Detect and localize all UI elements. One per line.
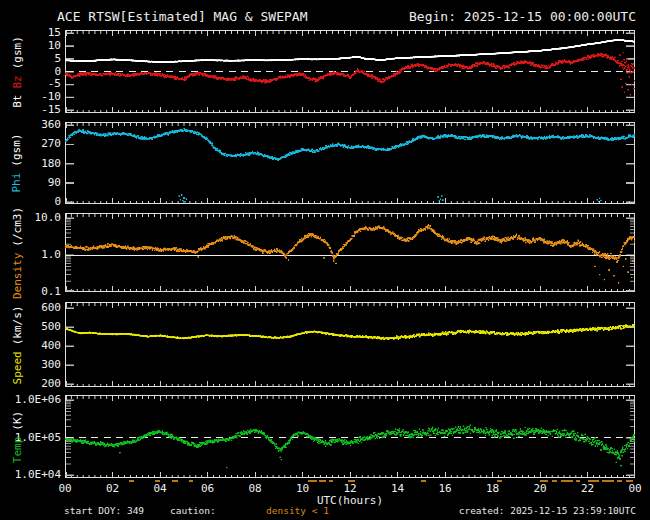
axis-label-part: (km/s) xyxy=(10,305,23,345)
caution-mark xyxy=(348,480,355,482)
caution-mark xyxy=(576,480,581,482)
axis-label-part: (/cm3) xyxy=(10,206,23,246)
axis-label-part: Bt xyxy=(10,94,23,107)
caution-mark xyxy=(319,480,326,482)
axis-label-part: Phi xyxy=(10,173,23,193)
caution-mark xyxy=(497,480,502,482)
caution-mark xyxy=(308,480,316,482)
caution-mark xyxy=(617,480,622,482)
temp-axis-label: Temp(K) xyxy=(9,380,25,493)
speed-panel-canvas xyxy=(65,302,635,387)
footer-caution-label: caution: xyxy=(170,505,216,516)
caution-mark xyxy=(540,480,548,482)
ace-rtsw-plot: ACE RTSW[Estimated] MAG & SWEPAM Begin: … xyxy=(0,0,650,520)
axis-label-part: Temp xyxy=(10,436,23,463)
plot-title: ACE RTSW[Estimated] MAG & SWEPAM xyxy=(57,9,307,24)
caution-mark xyxy=(129,480,134,482)
density-panel-canvas xyxy=(65,213,635,292)
footer-created-timestamp: created: 2025-12-15 23:59:10UTC xyxy=(459,505,636,516)
axis-label-part: Bz xyxy=(10,75,23,88)
footer-start-doy: start DOY: 349 xyxy=(64,505,144,516)
begin-timestamp: Begin: 2025-12-15 00:00:00UTC xyxy=(409,9,636,24)
footer-caution-value: density < 1 xyxy=(266,505,329,516)
caution-mark xyxy=(626,480,633,482)
axis-label-part: (K) xyxy=(10,410,23,430)
caution-mark xyxy=(552,480,557,482)
temp-panel-canvas xyxy=(65,395,635,478)
caution-mark xyxy=(329,480,334,482)
caution-mark xyxy=(602,480,614,482)
axis-label-part: (gsm) xyxy=(10,134,23,167)
caution-mark xyxy=(588,480,600,482)
caution-mark xyxy=(421,480,426,482)
caution-mark xyxy=(561,480,573,482)
bt-bz-panel-canvas xyxy=(65,30,635,113)
caution-mark xyxy=(155,480,160,482)
caution-mark xyxy=(172,480,178,482)
caution-mark xyxy=(189,480,194,482)
axis-label-part: Speed xyxy=(10,351,23,384)
axis-label-part: (gsm) xyxy=(10,36,23,69)
phi-panel-canvas xyxy=(65,122,635,204)
